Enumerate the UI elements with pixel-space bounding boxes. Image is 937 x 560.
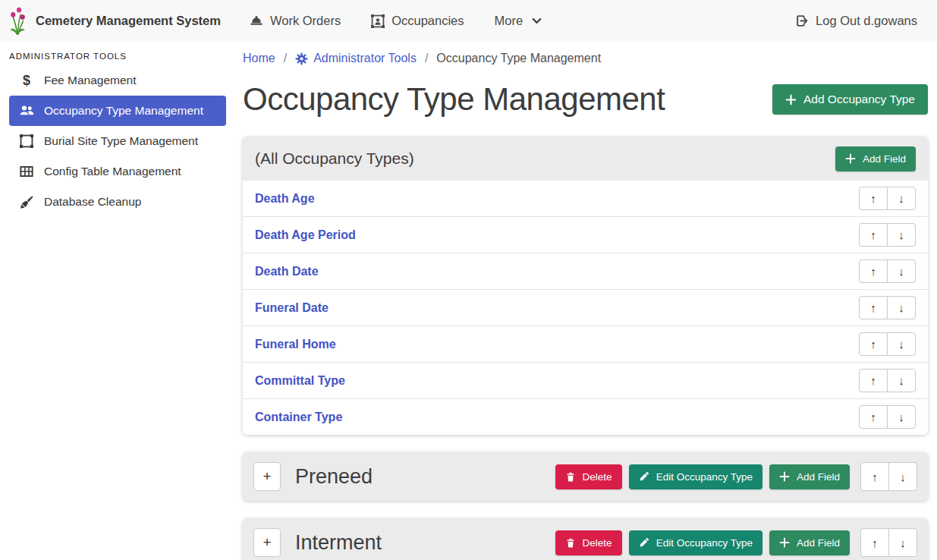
breadcrumb-admin-tools-link[interactable]: Administrator Tools xyxy=(295,52,417,65)
up-arrow-icon: ↑ xyxy=(870,192,876,205)
field-row: Death Date ↑ ↓ xyxy=(243,253,928,289)
move-down-button[interactable]: ↓ xyxy=(887,369,916,392)
sidebar-item-label: Config Table Management xyxy=(44,165,181,178)
field-link[interactable]: Death Date xyxy=(255,265,319,278)
down-arrow-icon: ↓ xyxy=(898,228,904,241)
gear-icon xyxy=(295,52,308,65)
sidebar-item[interactable]: Occupancy Type Management xyxy=(9,96,226,126)
down-arrow-icon: ↓ xyxy=(900,536,906,549)
move-up-button[interactable]: ↑ xyxy=(859,405,888,429)
move-down-button[interactable]: ↓ xyxy=(887,405,916,429)
tulip-logo-icon xyxy=(8,7,28,36)
plus-icon xyxy=(785,94,797,105)
add-field-button[interactable]: Add Field xyxy=(835,146,916,171)
plus-icon xyxy=(779,537,790,548)
field-row: Funeral Home ↑ ↓ xyxy=(243,326,928,362)
move-up-button[interactable]: ↑ xyxy=(859,187,888,210)
navbar-item[interactable]: Work Orders xyxy=(250,14,341,28)
up-arrow-icon: ↑ xyxy=(870,265,876,278)
field-link[interactable]: Death Age xyxy=(255,192,315,206)
navbar-item[interactable]: More xyxy=(495,14,543,28)
plus-icon: + xyxy=(263,534,271,551)
navbar-item-label: Occupancies xyxy=(391,14,464,28)
navbar-item-label: Work Orders xyxy=(270,14,341,28)
move-down-button[interactable]: ↓ xyxy=(887,223,916,247)
sidebar-item-label: Database Cleanup xyxy=(44,195,141,209)
logout-button[interactable]: Log Out d.gowans xyxy=(796,14,917,28)
users-icon xyxy=(18,104,35,118)
field-row: Death Age ↑ ↓ xyxy=(243,181,928,216)
section-title: Interment xyxy=(295,531,549,555)
broom-icon xyxy=(18,195,35,209)
chevron-down-icon xyxy=(531,15,542,27)
move-down-button[interactable]: ↓ xyxy=(888,528,917,557)
hard-hat-icon xyxy=(250,14,263,28)
add-field-button[interactable]: Add Field xyxy=(769,464,850,489)
navbar-item-label: More xyxy=(495,14,524,28)
reorder-button-group: ↑ ↓ xyxy=(859,223,916,247)
trash-icon xyxy=(565,471,576,483)
move-down-button[interactable]: ↓ xyxy=(887,296,916,319)
all-occupancy-types-card: (All Occupancy Types) Add Field Death Ag… xyxy=(243,137,928,435)
reorder-button-group: ↑ ↓ xyxy=(859,369,916,392)
breadcrumb: Home / Administrator Tools xyxy=(243,47,928,65)
occupant-frame-icon xyxy=(371,14,385,28)
down-arrow-icon: ↓ xyxy=(898,411,904,423)
navbar-item[interactable]: Occupancies xyxy=(371,14,464,28)
field-link[interactable]: Funeral Date xyxy=(255,301,329,315)
logout-icon xyxy=(796,14,809,27)
pencil-icon xyxy=(639,537,649,548)
field-link[interactable]: Container Type xyxy=(255,411,342,424)
move-up-button[interactable]: ↑ xyxy=(860,528,889,557)
sidebar-heading: ADMINISTRATOR TOOLS xyxy=(9,49,226,65)
site-frame-icon xyxy=(18,134,35,148)
logout-label: Log Out d.gowans xyxy=(816,14,917,28)
down-arrow-icon: ↓ xyxy=(898,265,904,278)
down-arrow-icon: ↓ xyxy=(898,338,904,351)
move-up-button[interactable]: ↑ xyxy=(860,462,889,491)
reorder-button-group: ↑ ↓ xyxy=(860,528,917,557)
sidebar: ADMINISTRATOR TOOLS $ Fee Management Occ… xyxy=(0,42,235,560)
move-down-button[interactable]: ↓ xyxy=(888,462,917,491)
move-down-button[interactable]: ↓ xyxy=(887,260,916,283)
sidebar-item[interactable]: Burial Site Type Management xyxy=(9,126,226,156)
move-up-button[interactable]: ↑ xyxy=(859,369,888,392)
sidebar-item[interactable]: $ Fee Management xyxy=(9,65,226,96)
sidebar-item[interactable]: Config Table Management xyxy=(9,156,226,187)
breadcrumb-home-link[interactable]: Home xyxy=(243,52,275,65)
delete-button[interactable]: Delete xyxy=(555,464,622,489)
add-field-button[interactable]: Add Field xyxy=(769,530,850,555)
expand-section-button[interactable]: + xyxy=(253,462,281,491)
move-up-button[interactable]: ↑ xyxy=(859,296,888,319)
reorder-button-group: ↑ ↓ xyxy=(859,260,916,283)
move-down-button[interactable]: ↓ xyxy=(887,187,916,210)
down-arrow-icon: ↓ xyxy=(898,301,904,314)
breadcrumb-admin-tools-label: Administrator Tools xyxy=(313,52,417,65)
breadcrumb-separator: / xyxy=(284,52,287,65)
sidebar-menu: $ Fee Management Occupancy Type Manageme… xyxy=(9,65,226,217)
field-link[interactable]: Death Age Period xyxy=(255,228,356,242)
edit-occupancy-type-button[interactable]: Edit Occupancy Type xyxy=(629,464,762,489)
field-link[interactable]: Committal Type xyxy=(255,374,345,388)
move-up-button[interactable]: ↑ xyxy=(859,332,888,356)
field-row: Funeral Date ↑ ↓ xyxy=(243,289,928,326)
plus-icon xyxy=(845,153,856,164)
page-title: Occupancy Type Management xyxy=(243,77,665,121)
move-down-button[interactable]: ↓ xyxy=(887,332,916,356)
brand[interactable]: Cemetery Management System xyxy=(8,7,221,36)
delete-button[interactable]: Delete xyxy=(555,530,622,555)
move-up-button[interactable]: ↑ xyxy=(859,223,888,247)
down-arrow-icon: ↓ xyxy=(898,192,904,205)
add-occupancy-type-button[interactable]: Add Occupancy Type xyxy=(772,84,928,115)
edit-occupancy-type-button[interactable]: Edit Occupancy Type xyxy=(629,530,762,555)
sidebar-item[interactable]: Database Cleanup xyxy=(9,187,226,217)
occupancy-type-sections: + Preneed Delete Edit Occupancy Type xyxy=(243,452,928,560)
up-arrow-icon: ↑ xyxy=(872,470,878,483)
table-icon xyxy=(18,165,35,178)
expand-section-button[interactable]: + xyxy=(253,528,281,557)
add-occupancy-type-label: Add Occupancy Type xyxy=(803,93,915,106)
move-up-button[interactable]: ↑ xyxy=(859,260,888,283)
plus-icon xyxy=(779,471,790,482)
field-link[interactable]: Funeral Home xyxy=(255,338,336,351)
delete-button-label: Delete xyxy=(583,537,612,549)
